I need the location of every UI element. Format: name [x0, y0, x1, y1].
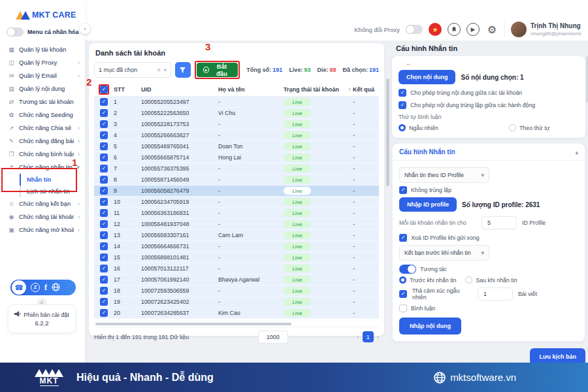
table-row[interactable]: ✓ 18 100072593506559 - Live -	[94, 286, 379, 297]
table-row[interactable]: ✓ 19 100072623425402 - Live -	[94, 297, 379, 308]
clear-selection-icon[interactable]: ✕	[157, 67, 161, 73]
interact-toggle[interactable]	[399, 265, 416, 274]
table-row[interactable]: ✓ 12 100056481937048 - Live -	[94, 219, 379, 230]
page-size-input[interactable]	[258, 331, 288, 344]
facebook-icon[interactable]: f	[44, 284, 47, 291]
sequential-order-radio[interactable]	[509, 124, 516, 131]
column-header-uid[interactable]: UID	[141, 86, 218, 93]
row-checkbox[interactable]: ✓	[100, 220, 108, 228]
row-checkbox[interactable]: ✓	[100, 142, 108, 150]
next-page-icon[interactable]: ›	[377, 333, 379, 340]
select-all-checkbox[interactable]: ✓	[100, 86, 108, 93]
dup-accounts-checkbox[interactable]: ✓	[399, 89, 406, 97]
start-button[interactable]: ▶Bắt đầu	[197, 63, 238, 77]
message-mode-dropdown[interactable]: Nhắn tin theo ID Profile ▾	[399, 167, 489, 183]
sidebar-item-chuc-nang-chia-se[interactable]: ↗ Chức năng Chia sẻ ›	[0, 122, 85, 135]
row-checkbox[interactable]: ✓	[100, 120, 108, 128]
sidebar-subitem-lich-su-nhan-tin[interactable]: Lịch sử nhắn tin	[20, 186, 85, 197]
row-checkbox[interactable]: ✓	[100, 265, 108, 272]
zalo-icon[interactable]: Z	[31, 283, 40, 292]
support-chat-icon[interactable]: ☎	[12, 280, 26, 295]
table-row[interactable]: ✓ 4 100055266663627 - Live -	[94, 130, 379, 141]
enter-content-button[interactable]: Nhập nội dung	[399, 318, 461, 335]
table-row[interactable]: ✓ 9 100056058276479 - Live -	[94, 186, 379, 197]
row-checkbox[interactable]: ✓	[100, 198, 108, 206]
settings-gear-icon[interactable]: ⚙	[485, 23, 498, 36]
sidebar-item-tuong-tac-tai-khoan[interactable]: ⇄ Tương tác tài khoản	[0, 95, 85, 108]
enter-id-profile-button[interactable]: Nhập ID profile	[399, 197, 457, 212]
table-row[interactable]: ✓ 20 100072634285637 Kim Cao Live -	[94, 308, 379, 319]
sort-up-icon[interactable]: ↑	[348, 87, 351, 93]
row-checkbox[interactable]: ✓	[100, 165, 108, 172]
row-checkbox[interactable]: ✓	[100, 276, 108, 284]
proxy-toggle[interactable]	[406, 25, 423, 34]
sidebar-item-quan-ly-noi-dung[interactable]: ▤ Quản lý nội dung	[0, 82, 85, 95]
random-reaction-checkbox[interactable]: ✓	[399, 290, 407, 298]
table-row[interactable]: ✓ 10 100056234705919 - Live -	[94, 197, 379, 208]
horizontal-scrollbar[interactable]	[94, 322, 379, 326]
chevron-up-icon[interactable]: ▴	[575, 149, 578, 155]
column-header-status[interactable]: Trạng thái tài khoản↑	[284, 86, 353, 93]
table-row[interactable]: ✓ 2 100055222563650 Vi Chu Live -	[94, 108, 379, 119]
row-checkbox[interactable]: ✓	[100, 187, 108, 195]
table-row[interactable]: ✓ 1 100055205523497 - Live -	[94, 97, 379, 108]
table-row[interactable]: ✓ 13 100056583307161 Cam Lam Live -	[94, 230, 379, 241]
row-checkbox[interactable]: ✓	[100, 287, 108, 295]
row-checkbox[interactable]: ✓	[100, 131, 108, 139]
choose-content-button[interactable]: Chọn nội dung	[399, 70, 455, 84]
table-row[interactable]: ✓ 11 100056363166831 - Live -	[94, 208, 379, 219]
row-checkbox[interactable]: ✓	[100, 209, 108, 217]
notification-bell-icon[interactable]	[448, 23, 461, 36]
sidebar-collapse-button[interactable]: ‹	[80, 24, 90, 34]
table-row[interactable]: ✓ 6 100055665875714 Hong Lai Live -	[94, 152, 379, 163]
per-account-input[interactable]	[482, 216, 517, 229]
sidebar-item-chuc-nang-tai-khoan[interactable]: ◉ Chức năng tài khoản ›	[0, 210, 85, 223]
table-row[interactable]: ✓ 16 100057013122117 - Live -	[94, 263, 379, 274]
row-checkbox[interactable]: ✓	[100, 309, 108, 317]
sidebar-item-quan-ly-tai-khoan[interactable]: ▦ Quản lý tài khoản	[0, 43, 85, 56]
website-globe-icon[interactable]	[52, 283, 60, 293]
sidebar-item-quan-ly-email[interactable]: ✉ Quản lý Email ›	[0, 69, 85, 82]
footer-website[interactable]: mktsoftware.vn	[434, 372, 516, 384]
tutorial-video-icon[interactable]: ▶	[466, 23, 480, 36]
table-row[interactable]: ✓ 5 100055469765041 Doan Ton Live -	[94, 141, 379, 152]
row-checkbox[interactable]: ✓	[100, 242, 108, 250]
page-number-button[interactable]: 1	[363, 331, 374, 342]
column-header-name[interactable]: Họ và tên	[218, 86, 284, 93]
user-account-menu[interactable]: Trịnh Thị Nhung nhung89@phanmemmkt	[504, 22, 581, 37]
sidebar-item-chuc-nang-ket-ban[interactable]: ☺ Chức năng kết bạn ›	[0, 197, 85, 210]
delete-id-after-checkbox[interactable]: ✓	[399, 234, 407, 242]
table-row[interactable]: ✓ 3 100055228173753 - Live -	[94, 119, 379, 130]
comment-checkbox[interactable]	[399, 304, 407, 312]
row-checkbox[interactable]: ✓	[100, 154, 108, 161]
row-checkbox[interactable]: ✓	[100, 98, 108, 106]
row-checkbox[interactable]: ✓	[100, 231, 108, 239]
vietnam-flag-icon[interactable]: ★	[429, 23, 442, 36]
sidebar-item-quan-ly-proxy[interactable]: ◫ Quản lý Proxy ›	[0, 56, 85, 69]
dup-actions-checkbox[interactable]: ✓	[399, 101, 406, 109]
column-header-result[interactable]: Kết quả	[353, 86, 379, 93]
category-select[interactable]: 1 mục đã chọn ✕ ▾	[94, 62, 171, 78]
row-checkbox[interactable]: ✓	[100, 253, 108, 261]
friend-before-message-dropdown[interactable]: Kết bạn trước khi nhắn tin ▾	[399, 245, 489, 261]
sidebar-item-chuc-nang-mo-khoa[interactable]: ▣ Chức năng mở khoá ›	[0, 223, 85, 237]
row-checkbox[interactable]: ✓	[100, 109, 108, 117]
table-row[interactable]: ✓ 8 100055971456049 - Live -	[94, 174, 379, 186]
sidebar-item-chuc-nang-seeding[interactable]: ✿ Chức năng Seeding	[0, 108, 85, 122]
prev-page-icon[interactable]: ‹	[357, 333, 359, 340]
random-order-radio[interactable]	[399, 124, 406, 131]
table-row[interactable]: ✓ 14 100056664666731 - Live -	[94, 241, 379, 252]
sidebar-item-chuc-nang-dang-bai[interactable]: ✎ Chức năng đăng bài ›	[0, 135, 85, 148]
table-row[interactable]: ✓ 7 100055736375395 - Live -	[94, 163, 379, 174]
row-checkbox[interactable]: ✓	[100, 298, 108, 306]
personalize-menu-toggle[interactable]	[7, 27, 24, 37]
table-row[interactable]: ✓ 15 100056898101481 - Live -	[94, 252, 379, 263]
filter-button[interactable]	[175, 62, 191, 78]
column-header-stt[interactable]: STT	[114, 86, 141, 93]
vertical-scrollbar[interactable]	[386, 78, 389, 186]
row-checkbox[interactable]: ✓	[100, 176, 108, 184]
reaction-count-input[interactable]	[478, 287, 513, 301]
no-duplicate-checkbox[interactable]: ✓	[399, 186, 407, 194]
sidebar-subitem-nhan-tin[interactable]: Nhắn tin	[20, 174, 85, 186]
table-row[interactable]: ✓ 17 100057061992140 Bhavya Agarwal Live…	[94, 274, 379, 286]
